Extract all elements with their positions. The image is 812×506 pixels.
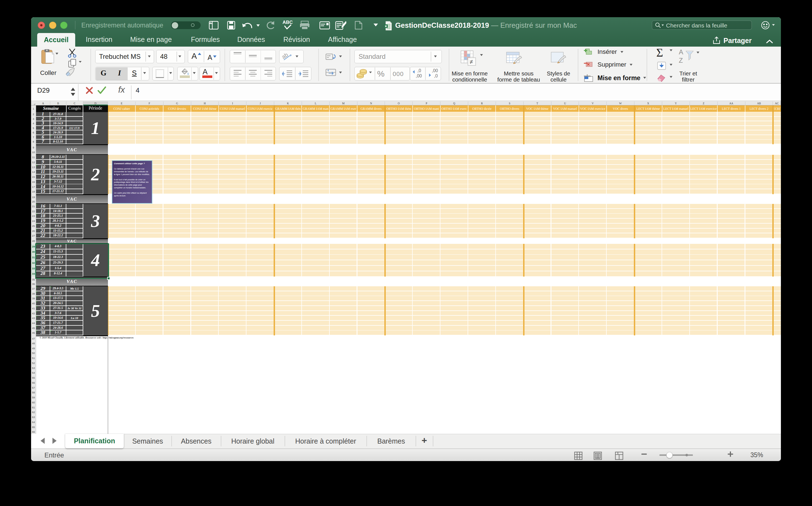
svg-text:A: A	[679, 48, 683, 56]
svg-text:≠: ≠	[470, 58, 473, 65]
svg-text:ABC: ABC	[282, 20, 293, 25]
svg-text:Z: Z	[679, 57, 683, 64]
